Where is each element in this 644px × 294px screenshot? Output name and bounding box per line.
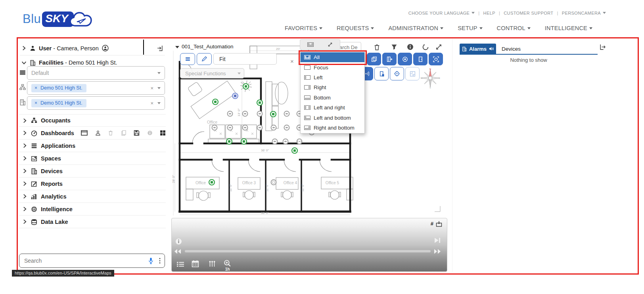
- grid-icon[interactable]: [160, 130, 166, 136]
- fit-select[interactable]: Fit: [213, 53, 277, 65]
- fullscreen-icon[interactable]: [435, 44, 442, 50]
- tab-underline: [460, 54, 598, 55]
- utility-link-language[interactable]: CHOOSE YOUR LANGUAGE: [408, 11, 475, 15]
- cards-view-button[interactable]: [367, 53, 381, 65]
- expand-diagonal-icon[interactable]: [328, 42, 333, 47]
- collapse-map-icon[interactable]: [175, 46, 179, 48]
- sidebar-item-data-lake[interactable]: Data Lake: [19, 216, 166, 228]
- nav-requests[interactable]: REQUESTS: [337, 25, 374, 31]
- nav-control[interactable]: CONTROL: [497, 25, 531, 31]
- layout-option-right-bottom[interactable]: Right and bottom: [301, 123, 364, 133]
- microphone-icon[interactable]: [148, 258, 153, 264]
- delete-icon[interactable]: [108, 130, 113, 136]
- device-dot-blue[interactable]: [232, 93, 238, 99]
- blusky-logo[interactable]: Blu SKY: [23, 10, 94, 29]
- rewind-icon[interactable]: [174, 248, 182, 254]
- layout-option-left-bottom[interactable]: Left and bottom: [301, 113, 364, 122]
- database-icon: [31, 219, 37, 225]
- layout-option-right[interactable]: Right: [301, 82, 364, 92]
- edit-map-button[interactable]: [197, 53, 212, 65]
- nav-setup[interactable]: SETUP: [458, 25, 482, 31]
- fast-forward-icon[interactable]: [433, 248, 441, 254]
- separator: |: [478, 11, 479, 15]
- region-select[interactable]: × Demo 501 High St. ×: [27, 81, 165, 95]
- timeline-track[interactable]: [185, 250, 431, 252]
- sidebar-item-spaces[interactable]: Spaces: [19, 152, 166, 165]
- close-icon[interactable]: ×: [290, 58, 294, 65]
- skip-to-end-icon[interactable]: [434, 237, 441, 243]
- caret-down-icon: [238, 73, 241, 74]
- chip-remove-icon[interactable]: ×: [34, 85, 37, 91]
- chip-remove-icon[interactable]: ×: [34, 100, 37, 106]
- utility-link-account[interactable]: PERSONCAMERA: [562, 11, 606, 15]
- utility-link-help[interactable]: HELP: [483, 11, 495, 15]
- layout-icon[interactable]: [307, 42, 314, 47]
- dashboards-toolbar: [81, 130, 166, 136]
- export-events-icon[interactable]: [436, 221, 442, 227]
- filter-icon[interactable]: [391, 44, 397, 50]
- event-list-icon[interactable]: [176, 261, 184, 267]
- sidebar-item-applications[interactable]: Applications: [19, 139, 166, 152]
- clear-select-icon[interactable]: ×: [150, 100, 153, 106]
- new-window-icon[interactable]: [81, 130, 88, 136]
- kebab-menu-icon[interactable]: [159, 258, 161, 264]
- info-icon[interactable]: [407, 44, 414, 50]
- sidebar-item-intelligence[interactable]: Intelligence: [19, 203, 166, 216]
- clear-select-icon[interactable]: ×: [150, 85, 153, 91]
- layout-option-left[interactable]: Left: [301, 73, 364, 82]
- sidebar-item-reports[interactable]: Reports: [19, 178, 166, 190]
- search-input[interactable]: [23, 257, 148, 264]
- special-functions-select[interactable]: Special Functions: [180, 68, 244, 78]
- view-select[interactable]: Default: [27, 66, 165, 80]
- timeline-zoom-icon[interactable]: 1h: [224, 260, 231, 271]
- caret-down-icon: [157, 72, 161, 74]
- nav-administration[interactable]: ADMINISTRATION: [388, 25, 443, 31]
- dashboard-icon: [31, 130, 37, 136]
- special-functions-label: Special Functions: [185, 71, 226, 76]
- utility-link-customer-support[interactable]: CUSTOMER SUPPORT: [504, 11, 553, 15]
- copy-icon[interactable]: [121, 130, 126, 136]
- sidebar-item-devices[interactable]: Devices: [19, 165, 166, 178]
- facility-select[interactable]: × Demo 501 High St. ×: [27, 96, 165, 110]
- user-dashboard-icon[interactable]: [95, 130, 101, 136]
- layout-left-right-icon: [304, 105, 310, 110]
- floorplan-icon: [410, 71, 416, 77]
- user-section-label: User: [39, 45, 52, 52]
- sidebar-item-analytics[interactable]: Analytics: [19, 190, 166, 203]
- delete-map-icon[interactable]: [374, 44, 380, 51]
- layout-option-left-right[interactable]: Left and right: [301, 103, 364, 113]
- column-arrow-icon: [387, 56, 393, 62]
- calendar-icon[interactable]: [192, 260, 199, 267]
- nav-intelligence[interactable]: INTELLIGENCE: [545, 25, 592, 31]
- refresh-icon[interactable]: [422, 44, 429, 51]
- region-chip[interactable]: × Demo 501 High St.: [31, 84, 86, 92]
- compass-target-button[interactable]: [390, 67, 404, 80]
- doors-button[interactable]: [413, 53, 427, 65]
- layout-option-focus[interactable]: Focus: [301, 62, 364, 72]
- hash-label[interactable]: #: [431, 221, 433, 227]
- legend-button[interactable]: [180, 53, 195, 65]
- timeline-panel: # 1h: [171, 218, 447, 272]
- panel-slide-button[interactable]: [382, 53, 397, 65]
- layout-option-bottom[interactable]: Bottom: [301, 93, 364, 103]
- layout-popover: [300, 39, 340, 50]
- info-icon[interactable]: [147, 130, 153, 136]
- tab-alarms[interactable]: Alarms: [460, 44, 496, 54]
- camera-view-button[interactable]: [398, 53, 412, 65]
- face-detection-button[interactable]: [429, 53, 443, 65]
- map-pin-icon: [31, 155, 37, 162]
- layout-option-all[interactable]: All: [301, 52, 364, 62]
- floorplan-layers-button[interactable]: [405, 67, 420, 80]
- nav-favorites[interactable]: FAVORITES: [285, 25, 322, 31]
- collapse-right-panel-icon[interactable]: [599, 44, 606, 50]
- tab-devices[interactable]: Devices: [497, 44, 525, 54]
- event-filter-icon[interactable]: [209, 261, 216, 267]
- collapse-panel-icon[interactable]: [157, 45, 163, 52]
- caret-down-icon: [371, 27, 374, 29]
- sidebar-item-occupants[interactable]: Occupants: [19, 114, 166, 127]
- device-rotate-button[interactable]: [374, 67, 389, 80]
- save-icon[interactable]: [134, 130, 140, 136]
- timeline-info-icon[interactable]: [175, 238, 182, 245]
- layout-left-icon: [304, 75, 310, 80]
- facility-chip[interactable]: × Demo 501 High St.: [31, 99, 86, 107]
